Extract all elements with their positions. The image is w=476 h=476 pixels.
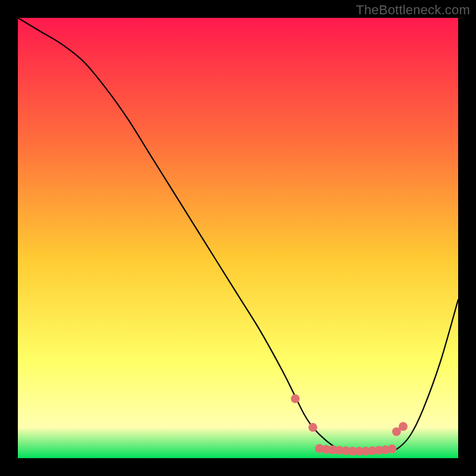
curve-marker <box>308 423 317 432</box>
watermark-text: TheBottleneck.com <box>356 2 470 18</box>
bottleneck-chart <box>18 18 458 458</box>
curve-marker <box>291 394 300 403</box>
curve-marker <box>399 422 408 431</box>
chart-frame: TheBottleneck.com <box>0 0 476 476</box>
curve-marker <box>388 444 397 453</box>
gradient-background <box>18 18 458 458</box>
